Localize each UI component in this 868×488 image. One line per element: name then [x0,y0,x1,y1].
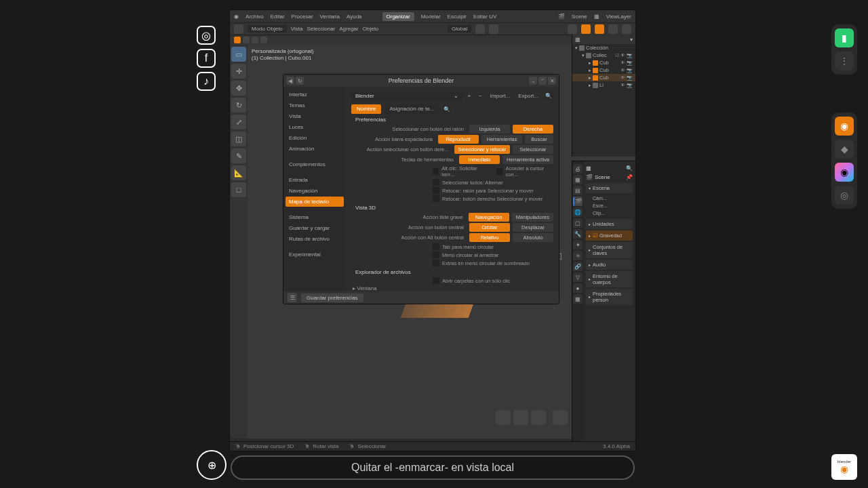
tab-asignacion[interactable]: Asignación de te... [384,104,439,114]
vf3[interactable] [531,410,546,425]
proptab-physics[interactable]: ⚛ [573,251,583,260]
keymap-preset-dropdown[interactable]: Blender⌄ [351,92,462,100]
vf2[interactable] [513,410,528,425]
tab-nombre[interactable]: Nombre [351,104,381,114]
tool-annotate[interactable]: ✎ [231,148,246,163]
opt-inmediato[interactable]: Inmediato [459,155,500,164]
props-type-icon[interactable]: ▦ [586,165,591,171]
close-icon[interactable]: ✕ [548,77,556,85]
search-icon2[interactable]: 🔍 [442,104,452,114]
proptab-output[interactable]: ▦ [573,175,583,184]
remove-preset[interactable]: − [476,92,485,100]
side-vista[interactable]: Vista [285,111,344,121]
side-edicion[interactable]: Edición [285,133,344,143]
menu-add[interactable]: Agregar [339,26,358,32]
obs-icon[interactable]: ◎ [835,186,854,205]
opt-relativo[interactable]: Relativo [469,233,510,242]
facebook-icon[interactable]: f [197,49,216,68]
opt-manipuladores[interactable]: Manipuladores [512,213,553,222]
opt-herramientas[interactable]: Herramientas [481,135,522,144]
tool-move[interactable]: ✥ [231,81,246,96]
viewlayer-dropdown[interactable]: ViewLayer [606,14,631,20]
filter-icon[interactable]: ▾ [630,37,633,43]
proptab-constraint[interactable]: 🔗 [573,262,583,271]
cb-seltodos[interactable] [433,179,439,186]
xray-icon[interactable] [581,24,591,34]
outliner-collec[interactable]: ▾Collec☑ 👁 📷 [572,52,635,59]
proptab-particles[interactable]: ✦ [573,240,583,249]
workspace-sculpt[interactable]: Esculpir [448,14,467,20]
outliner-li[interactable]: ▸Li👁 📷 [572,81,635,89]
hs4[interactable] [260,37,267,43]
proptab-material[interactable]: ● [573,283,583,293]
tool-transform[interactable]: ◫ [231,131,246,146]
side-guardar[interactable]: Guardar y cargar [285,223,344,233]
editor-type-icon[interactable] [234,24,243,34]
side-experimental[interactable]: Experimental [285,249,344,260]
proptab-viewlayer[interactable]: ▤ [573,186,583,195]
orientation-dropdown[interactable]: Global [448,25,471,33]
cb-carpetas[interactable] [433,277,439,284]
opt-reproducir[interactable]: Reproducir [438,135,479,144]
tool-measure[interactable]: 📐 [231,165,246,180]
sec-unidades[interactable]: ▸Unidades [586,219,633,229]
menu-object[interactable]: Objeto [363,26,379,32]
sec-conjuntos[interactable]: ▸Conjuntos de claves [586,242,633,258]
shading3-icon[interactable] [622,24,631,34]
opt-herractiva[interactable]: Herramienta activa [502,155,553,164]
proptab-object[interactable]: ▢ [573,218,583,228]
outliner-cubo2[interactable]: ▸Cub👁 📷 [572,66,635,74]
cb-retocar2[interactable] [433,195,439,202]
proptab-scene[interactable]: 🎬 [573,197,583,206]
sec-person[interactable]: ▸Propiedades person [586,289,633,305]
side-rutas[interactable]: Rutas de archivo [285,234,344,244]
tiktok-icon[interactable]: ♪ [197,72,216,91]
sec-gravedad[interactable]: ▸☑Gravedad [586,230,633,241]
sec-audio[interactable]: ▸Audio [586,260,633,270]
side-complementos[interactable]: Complementos [285,159,344,169]
outliner-type-icon[interactable]: ▦ [575,37,580,43]
scene-dropdown[interactable]: Scene [572,14,587,20]
opt-buscar[interactable]: Buscar [525,135,553,144]
hs1[interactable] [234,37,241,43]
opt-orbitar[interactable]: Orbitar [469,223,510,232]
sec-entorno[interactable]: ▸Entorno de cuerpos [586,271,633,287]
outliner-cubo1[interactable]: ▸Cub👁 📷 [572,59,635,66]
opt-izquierda[interactable]: Izquierda [469,125,510,134]
hs3[interactable] [252,37,258,43]
tool-cursor[interactable]: ✛ [231,64,246,79]
menu-edit[interactable]: Editar [271,14,285,20]
instagram-icon[interactable]: ◎ [197,26,216,45]
stats-icon[interactable]: ▮ [835,28,854,47]
side-animacion[interactable]: Animación [285,144,344,154]
cb-tab[interactable] [433,243,439,250]
save-prefs-button[interactable]: Guardar preferencias [301,293,363,302]
opt-derecha[interactable]: Derecha [513,125,553,134]
proptab-texture[interactable]: ▦ [573,294,583,304]
pin-icon[interactable]: 📌 [626,174,633,180]
tool-rotate[interactable]: ↻ [231,98,246,113]
cb-altclic[interactable] [433,168,439,175]
side-temas[interactable]: Temas [285,100,344,110]
colorwheel-icon[interactable]: ◉ [835,163,854,182]
workspace-organize[interactable]: Organizar [382,12,414,21]
side-entrada[interactable]: Entrada [285,175,344,185]
side-mapa[interactable]: Mapa de teclado [285,197,344,207]
import-preset[interactable]: Import... [488,92,513,100]
opt-seleccionar[interactable]: Seleccionar [513,145,553,154]
sec-ventana[interactable]: ▸ Ventana [353,285,553,291]
proportional-icon[interactable] [489,24,498,34]
proptab-modifier[interactable]: 🔧 [573,229,583,239]
snap-icon[interactable] [475,24,485,34]
outliner-collection[interactable]: ▾Colección [572,44,635,52]
overlay-icon[interactable] [568,24,577,34]
menu-select[interactable]: Seleccionar [307,26,335,32]
search-icon[interactable]: 🔍 [626,165,633,171]
menu-help[interactable]: Ayuda [347,14,362,20]
proptab-data[interactable]: ▽ [573,272,583,282]
back-icon[interactable]: ◀ [286,77,294,85]
cb-retocar1[interactable] [433,187,439,194]
mode-dropdown[interactable]: Modo Objeto [248,25,287,33]
cb-cursor[interactable] [496,168,502,175]
min-icon[interactable]: ⌄ [529,77,537,85]
